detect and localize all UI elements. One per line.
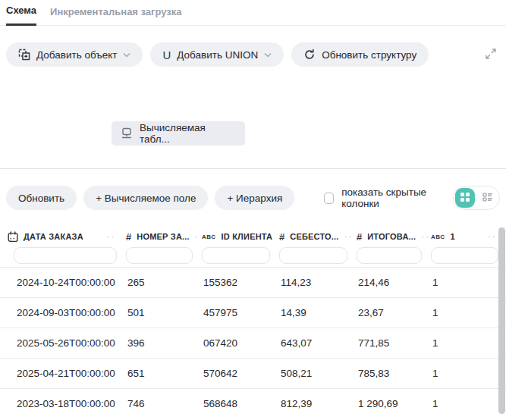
table-cell: 2025-05-26T00:00:00	[6, 337, 124, 349]
chevron-down-icon	[264, 52, 272, 58]
column-filter-input[interactable]	[126, 247, 193, 264]
add-object-icon	[18, 49, 30, 61]
schema-canvas[interactable]: Вычисляемая табл...	[0, 67, 506, 168]
column-filter-input[interactable]	[202, 247, 270, 264]
table-cell: 570642	[200, 368, 278, 379]
dataset-editor: Схема Инкрементальная загрузка Добавить …	[0, 0, 506, 420]
table-cell: 1	[429, 368, 506, 379]
preview-toolbar: Обновить + Вычисляемое поле + Иерархия п…	[0, 186, 506, 210]
column-filter-input[interactable]	[431, 247, 498, 264]
filter-cell	[278, 247, 355, 264]
table-cell: 2023-03-18T00:00:00	[6, 398, 124, 409]
table-filter-row	[0, 247, 506, 267]
add-union-label: Добавить UNION	[177, 49, 258, 61]
column-header-label: ID КЛИЕНТА	[222, 232, 273, 241]
table-cell: 1	[429, 337, 506, 349]
column-header[interactable]: #НОМЕР ЗА...··	[124, 231, 200, 243]
checkbox-label: показать скрытые колонки	[341, 186, 446, 209]
data-preview-table: ДАТА ЗАКАЗА··#НОМЕР ЗА...··ABCID КЛИЕНТА…	[0, 226, 506, 418]
vertical-scrollbar[interactable]	[498, 227, 505, 417]
chevron-down-icon	[123, 52, 130, 58]
table-cell: 214,46	[355, 277, 429, 288]
panel-divider	[0, 168, 506, 169]
view-mode-toggle	[453, 186, 500, 210]
table-cell: 746	[124, 398, 200, 409]
computed-table-node[interactable]: Вычисляемая табл...	[112, 121, 245, 146]
add-object-button[interactable]: Добавить объект	[6, 42, 143, 67]
abc-icon: ABC	[431, 234, 445, 240]
table-cell: 14,39	[278, 307, 355, 318]
table-cell: 1	[429, 307, 506, 318]
table-cell: 067420	[200, 337, 278, 349]
table-cell: 568648	[200, 398, 278, 409]
filter-cell	[124, 247, 200, 264]
table-cell: 812,39	[278, 398, 355, 409]
table-cell: 501	[124, 307, 200, 318]
column-header-label: НОМЕР ЗА...	[137, 232, 190, 241]
table-cell: 265	[124, 277, 200, 288]
tab-incremental-load[interactable]: Инкрементальная загрузка	[50, 6, 182, 25]
checkbox-box[interactable]	[324, 193, 334, 204]
column-header[interactable]: ДАТА ЗАКАЗА··	[6, 231, 124, 243]
table-cell: 643,07	[278, 337, 355, 349]
table-cell: 114,23	[278, 277, 355, 288]
list-view-icon	[482, 192, 493, 205]
table-cell: 1 290,69	[355, 398, 429, 409]
tab-bar: Схема Инкрементальная загрузка	[0, 0, 506, 26]
tab-schema[interactable]: Схема	[6, 5, 36, 26]
table-cell: 457975	[200, 307, 278, 318]
column-filter-input[interactable]	[14, 247, 117, 264]
refresh-structure-button[interactable]: Обновить структуру	[291, 42, 429, 67]
column-filter-input[interactable]	[357, 247, 422, 264]
filter-cell	[355, 247, 429, 264]
refresh-preview-button[interactable]: Обновить	[6, 186, 77, 210]
table-row[interactable]: 2025-05-26T00:00:00396067420643,07771,85…	[0, 328, 506, 358]
table-row[interactable]: 2024-09-03T00:00:0050145797514,3923,671	[0, 297, 506, 328]
table-cell: 1	[429, 277, 506, 288]
calendar-icon	[8, 231, 18, 243]
filter-cell	[200, 247, 278, 264]
list-view-button[interactable]	[478, 188, 498, 208]
table-cell: 508,21	[278, 368, 355, 379]
table-cell: 771,85	[355, 337, 429, 349]
table-header-row: ДАТА ЗАКАЗА··#НОМЕР ЗА...··ABCID КЛИЕНТА…	[0, 226, 506, 247]
column-header-label: 1	[451, 232, 455, 241]
schema-toolbar: Добавить объект U Добавить UNION Обновит…	[0, 42, 506, 67]
column-header[interactable]: ABCID КЛИЕНТА··	[200, 232, 278, 241]
column-header-label: СЕБЕСТО...	[290, 232, 338, 241]
column-header[interactable]: ABC1··	[429, 232, 506, 241]
hash-icon: #	[279, 231, 284, 243]
table-cell: 2024-10-24T00:00:00	[6, 277, 124, 288]
table-cell: 396	[124, 337, 200, 349]
scrollbar-thumb[interactable]	[498, 227, 505, 414]
column-header[interactable]: #СЕБЕСТО...··	[278, 231, 355, 243]
add-union-button[interactable]: U Добавить UNION	[150, 42, 284, 67]
column-header[interactable]: #ИТОГОВА...··	[355, 231, 429, 243]
filter-cell	[429, 247, 506, 264]
union-icon: U	[162, 49, 171, 61]
filter-cell	[6, 247, 124, 264]
table-cell: 1	[429, 398, 506, 409]
add-calculated-field-button[interactable]: + Вычисляемое поле	[83, 186, 208, 210]
table-row[interactable]: 2025-04-21T00:00:00651570642508,21785,83…	[0, 358, 506, 388]
grid-view-button[interactable]	[455, 188, 475, 208]
column-header-label: ИТОГОВА...	[367, 232, 416, 241]
refresh-icon	[303, 49, 316, 61]
table-cell: 23,67	[355, 307, 429, 318]
table-node-icon	[121, 127, 133, 139]
computed-table-label: Вычисляемая табл...	[140, 122, 236, 145]
expand-fullscreen-button[interactable]	[482, 45, 500, 65]
table-cell: 2024-09-03T00:00:00	[6, 307, 124, 318]
hash-icon: #	[126, 231, 131, 243]
show-hidden-columns-checkbox[interactable]: показать скрытые колонки	[324, 186, 446, 209]
table-cell: 785,83	[355, 368, 429, 379]
table-cell: 155362	[200, 277, 278, 288]
column-filter-input[interactable]	[279, 247, 347, 264]
add-hierarchy-button[interactable]: + Иерархия	[215, 186, 294, 210]
grid-view-icon	[460, 192, 470, 205]
refresh-structure-label: Обновить структуру	[322, 49, 416, 61]
table-row[interactable]: 2024-10-24T00:00:00265155362114,23214,46…	[0, 267, 506, 297]
expand-icon	[485, 48, 497, 62]
add-object-label: Добавить объект	[36, 49, 117, 61]
table-row[interactable]: 2023-03-18T00:00:00746568648812,391 290,…	[0, 388, 506, 418]
